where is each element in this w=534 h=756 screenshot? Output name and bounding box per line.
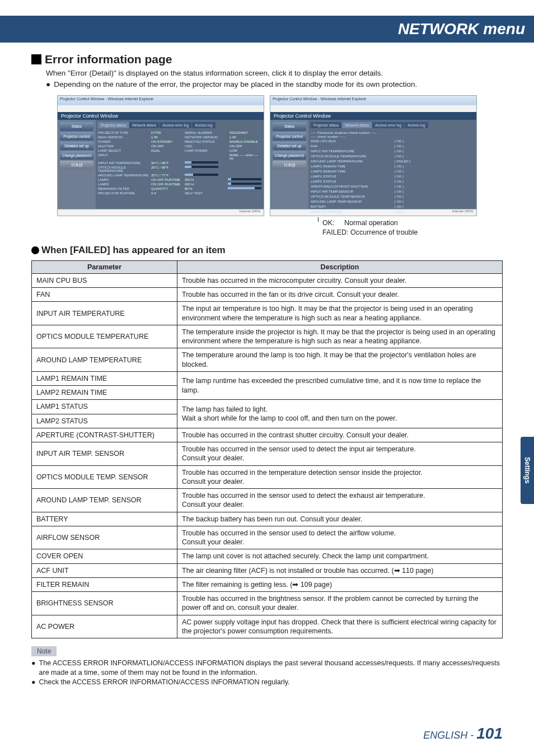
- table-row: AROUND LAMP TEMP. SENSORTrouble has occu…: [32, 489, 503, 512]
- browser-toolbar: [57, 105, 264, 112]
- tab-access-error-log[interactable]: Access error log: [160, 122, 191, 128]
- legend-ok-text: Normal operation: [344, 219, 398, 227]
- tab-access-error-log[interactable]: Access error log: [372, 122, 404, 128]
- cell-parameter: FILTER REMAIN: [32, 577, 177, 591]
- nav-change-password[interactable]: Change password: [273, 151, 306, 160]
- status-panel: Projector status Network status Access e…: [96, 120, 264, 209]
- nav-change-password[interactable]: Change password: [60, 151, 93, 160]
- note-item: ●Check the ACCESS ERROR INFORMATION/ACCE…: [31, 678, 503, 687]
- cell-parameter: FAN: [32, 288, 177, 302]
- status-row: OPTICS MODULE TEMPERATURE20°C / 68°F: [98, 165, 261, 173]
- check-row: LAMP2 REMAIN TIME[ OK ]: [311, 169, 474, 174]
- cell-description: AC power supply voltage input has droppe…: [177, 615, 503, 638]
- bullet-icon: ●: [46, 80, 50, 90]
- window-title: Projector Control Window: [270, 112, 477, 120]
- status-row: REMAINING FILTERQUANTITY80 %: [98, 186, 261, 191]
- table-row: ACF UNITThe air cleaning filter (ACF) is…: [32, 563, 503, 577]
- tab-row: Projector status Network status Access e…: [98, 122, 261, 128]
- cell-description: The temperature around the lamp is too h…: [177, 348, 503, 372]
- nav-detailed-setup[interactable]: Detailed set up: [273, 142, 306, 150]
- tab-projector-status[interactable]: Projector status: [311, 122, 341, 128]
- check-row: LAMP1 REMAIN TIME[ OK ]: [311, 164, 474, 169]
- status-row: POWERON STANDBYREMOTE2 STATUSENABLE DISA…: [98, 139, 261, 144]
- legend-failed-text: Occurrence of trouble: [350, 228, 418, 236]
- check-row: AIRFLOW SENSOR[ OK ]: [311, 209, 474, 214]
- table-row: FANTrouble has occurred in the fan or it…: [32, 288, 503, 302]
- tab-row: Projector status Network status Access e…: [311, 122, 474, 128]
- check-row: OPTICS MODULE TEMP.SENSOR[ OK ]: [311, 194, 474, 199]
- check-row: INPUT AIR TEMPERATURE[ OK ]: [311, 148, 474, 153]
- cell-parameter: LAMP2 STATUS: [32, 414, 177, 428]
- table-row: OPTICS MODULE TEMPERATUREThe temperature…: [32, 325, 503, 348]
- table-row: LAMP1 REMAIN TIMEThe lamp runtime has ex…: [32, 371, 503, 385]
- cell-description: Trouble has occurred in the brightness s…: [177, 592, 503, 615]
- tab-network-status[interactable]: Network status: [342, 122, 372, 128]
- cell-parameter: INPUT AIR TEMP. SENSOR: [32, 442, 177, 466]
- side-tab-settings: Settings: [521, 437, 534, 504]
- check-panel: Projector status Network status Access e…: [308, 120, 476, 209]
- table-row: INPUT AIR TEMPERATUREThe input air tempe…: [32, 302, 503, 325]
- failed-items-table: Parameter Description MAIN CPU BUSTroubl…: [31, 260, 503, 638]
- cell-parameter: APERTURE (CONTRAST-SHUTTER): [32, 428, 177, 442]
- screenshot-row: Projector Control Window - Windows Inter…: [31, 95, 503, 216]
- browser-titlebar: Projector Control Window - Windows Inter…: [57, 95, 264, 105]
- cell-parameter: COVER OPEN: [32, 549, 177, 563]
- cell-description: Trouble has occurred in the sensor used …: [177, 489, 503, 512]
- cell-description: Trouble has occurred in the contrast shu…: [177, 428, 503, 442]
- intro-bullet-text: Depending on the nature of the error, th…: [54, 80, 417, 90]
- th-description: Description: [177, 260, 503, 273]
- nav-japanese[interactable]: 日本語: [273, 161, 306, 169]
- check-row: FAN[ OK ]: [311, 143, 474, 148]
- status-row: LAMP2ON OFF RUNTIME200 H: [98, 182, 261, 186]
- window-title: Projector Control Window: [57, 112, 264, 120]
- check-row: LAMP2 STATUS[ OK ]: [311, 179, 474, 184]
- cell-parameter: LAMP1 REMAIN TIME: [32, 371, 177, 385]
- table-row: OPTICS MODULE TEMP. SENSORTrouble has oc…: [32, 465, 503, 489]
- legend-failed-label: FAILED:: [322, 228, 349, 236]
- circle-icon: [31, 246, 39, 254]
- nav-projector-control[interactable]: Projector control: [60, 132, 93, 141]
- table-row: BATTERYThe backup battery has been run o…: [32, 512, 503, 526]
- status-row: LAMP1ON OFF RUNTIME200 H: [98, 178, 261, 182]
- page-header: NETWORK menu: [0, 16, 534, 43]
- nav-status[interactable]: Status: [273, 122, 306, 130]
- check-row: OPTICS MODULE TEMPERATURE[ OK ]: [311, 153, 474, 158]
- sidebar-nav: Status Projector control Detailed set up…: [58, 120, 96, 209]
- section-title-text: Error information page: [45, 53, 172, 66]
- tab-access-log[interactable]: Access log: [192, 122, 215, 128]
- th-parameter: Parameter: [32, 260, 177, 273]
- cell-description: The lamp unit cover is not attached secu…: [177, 549, 503, 563]
- cell-description: The input air temperature is too high. I…: [177, 302, 503, 325]
- cell-description: Trouble has occurred in the microcompute…: [177, 273, 503, 287]
- nav-status[interactable]: Status: [60, 122, 93, 130]
- square-icon: [31, 54, 41, 64]
- status-row: PROJECTOR RUNTIME0 HSELF TEST: [98, 191, 261, 195]
- tab-access-log[interactable]: Access log: [405, 122, 428, 128]
- section-heading: Error information page: [31, 53, 503, 66]
- check-list: ----- Panasonic projector check system -…: [311, 130, 474, 214]
- cell-parameter: OPTICS MODULE TEMPERATURE: [32, 325, 177, 348]
- cell-parameter: OPTICS MODULE TEMP. SENSOR: [32, 465, 177, 489]
- note-text: The ACCESS ERROR INFORMATLION/ACCESS INF…: [39, 659, 503, 678]
- cell-description: The temperature inside the projector is …: [177, 325, 503, 348]
- table-row: AC POWERAC power supply voltage input ha…: [32, 615, 503, 638]
- cell-parameter: ACF UNIT: [32, 563, 177, 577]
- status-row: PROJECTOR TYPED7700SERIAL NUMBERSW123456…: [98, 130, 261, 135]
- table-row: APERTURE (CONTRAST-SHUTTER)Trouble has o…: [32, 428, 503, 442]
- intro-text: When "Error (Detail)" is displayed on th…: [46, 68, 503, 78]
- nav-detailed-setup[interactable]: Detailed set up: [60, 142, 93, 150]
- tab-network-status[interactable]: Network status: [129, 122, 159, 128]
- screenshot-check: Projector Control Window - Windows Inter…: [270, 95, 477, 216]
- check-row: AROUND LAMP TEMPERATURE[ FAILED ]: [311, 158, 474, 164]
- screenshot-status: Projector Control Window - Windows Inter…: [57, 95, 264, 216]
- nav-projector-control[interactable]: Projector control: [273, 132, 306, 141]
- cell-parameter: AROUND LAMP TEMP. SENSOR: [32, 489, 177, 512]
- nav-japanese[interactable]: 日本語: [60, 161, 93, 169]
- table-row: AIRFLOW SENSORTrouble has occurred in th…: [32, 526, 503, 549]
- cell-parameter: INPUT AIR TEMPERATURE: [32, 302, 177, 325]
- table-heading: When [FAILED] has appeared for an item: [31, 245, 503, 256]
- tab-projector-status[interactable]: Projector status: [98, 122, 129, 128]
- table-row: FILTER REMAINThe filter remaining is get…: [32, 577, 503, 591]
- note-text: Check the ACCESS ERROR INFORMATION/ACCES…: [39, 678, 290, 687]
- status-row: SHUTTERON OFFOSDON OFF: [98, 144, 261, 148]
